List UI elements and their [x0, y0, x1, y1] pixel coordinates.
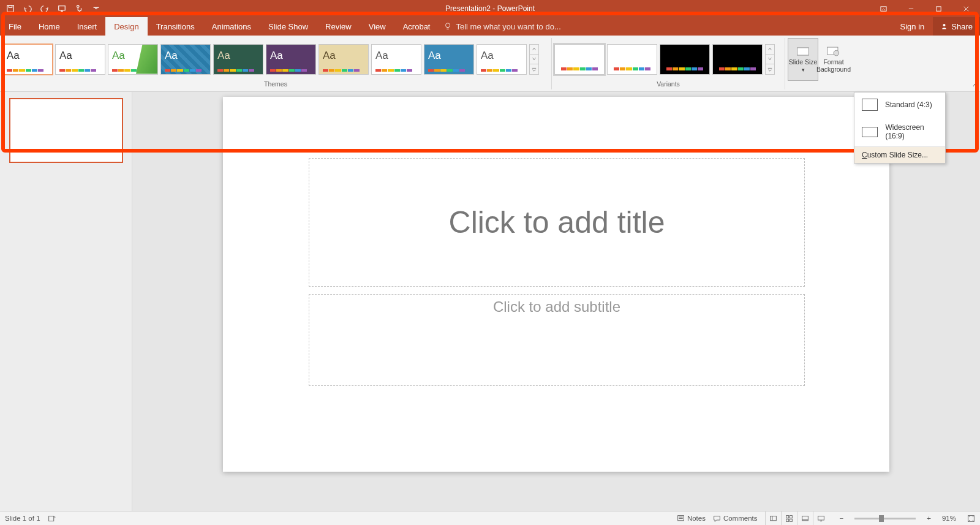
maximize-icon[interactable] — [925, 0, 952, 17]
notes-button[interactable]: Notes — [677, 515, 706, 523]
custom-slide-size-option[interactable]: Custom Slide Size... — [854, 146, 945, 163]
standard-ratio-icon — [862, 99, 878, 111]
theme-thumb-3[interactable]: Aa — [160, 44, 211, 75]
variant-thumb-3[interactable] — [712, 44, 763, 75]
workspace: Click to add title Click to add subtitle — [0, 92, 980, 511]
zoom-slider-thumb[interactable] — [879, 515, 884, 522]
collapse-ribbon-icon[interactable]: ^ — [973, 83, 976, 90]
theme-aa-label: Aa — [7, 50, 20, 62]
format-background-button[interactable]: Format Background — [818, 38, 849, 81]
slideshow-view-button[interactable] — [813, 512, 829, 526]
zoom-out-button[interactable]: − — [836, 515, 848, 522]
theme-aa-label: Aa — [375, 50, 388, 62]
slide-size-icon — [795, 45, 811, 58]
theme-thumb-9[interactable]: Aa — [477, 44, 527, 75]
minimize-icon[interactable] — [897, 0, 925, 17]
slide-size-widescreen-option[interactable]: Widescreen (16:9) — [854, 117, 945, 146]
variant-thumb-1[interactable] — [607, 44, 657, 75]
touch-mode-icon[interactable] — [74, 3, 85, 14]
theme-thumb-0[interactable]: Aa — [2, 44, 53, 75]
window-title: Presentation2 - PowerPoint — [0, 4, 980, 13]
slide-thumbnail-1[interactable] — [9, 98, 123, 163]
spellcheck-icon[interactable] — [48, 515, 56, 523]
slide-size-dropdown: Standard (4:3) Widescreen (16:9) Custom … — [854, 92, 946, 164]
tab-insert[interactable]: Insert — [69, 17, 106, 36]
tab-view[interactable]: View — [360, 17, 394, 36]
theme-aa-label: Aa — [323, 50, 336, 62]
theme-thumb-2[interactable]: Aa — [108, 44, 158, 75]
view-buttons — [765, 512, 829, 526]
theme-thumb-4[interactable]: Aa — [213, 44, 263, 75]
variant-color-bar — [719, 67, 756, 70]
svg-point-13 — [834, 51, 839, 56]
tab-file[interactable]: File — [0, 17, 30, 36]
reading-view-button[interactable] — [797, 512, 813, 526]
tab-animations[interactable]: Animations — [203, 17, 260, 36]
gallery-down-icon[interactable] — [766, 55, 774, 64]
fit-to-window-button[interactable] — [967, 515, 975, 523]
close-icon[interactable] — [952, 0, 980, 17]
theme-color-bar — [323, 69, 360, 72]
themes-gallery-scroll[interactable] — [529, 44, 539, 75]
slide-canvas-area[interactable]: Click to add title Click to add subtitle — [132, 92, 980, 511]
gallery-down-icon[interactable] — [530, 55, 538, 64]
share-button[interactable]: Share — [933, 17, 980, 36]
theme-thumb-8[interactable]: Aa — [424, 44, 474, 75]
zoom-slider[interactable] — [854, 518, 916, 519]
variant-thumb-2[interactable] — [660, 44, 710, 75]
normal-view-button[interactable] — [765, 512, 781, 526]
variants-gallery-scroll[interactable] — [765, 44, 775, 75]
tab-design[interactable]: Design — [105, 17, 147, 36]
comments-icon — [713, 515, 721, 523]
theme-aa-label: Aa — [112, 50, 125, 62]
tab-review[interactable]: Review — [317, 17, 360, 36]
ribbon-display-options-icon[interactable] — [870, 0, 897, 17]
theme-thumb-1[interactable]: Aa — [55, 44, 105, 75]
svg-rect-14 — [48, 516, 53, 521]
redo-icon[interactable] — [39, 3, 50, 14]
gallery-more-icon[interactable] — [530, 64, 538, 74]
svg-rect-11 — [797, 48, 809, 55]
slide-thumbnail-pane[interactable] — [0, 92, 132, 511]
qat-more-icon[interactable] — [91, 3, 102, 14]
title-bar: Presentation2 - PowerPoint — [0, 0, 980, 17]
svg-rect-18 — [770, 516, 776, 520]
tab-home[interactable]: Home — [30, 17, 69, 36]
subtitle-placeholder[interactable]: Click to add subtitle — [309, 294, 805, 386]
tell-me-search[interactable]: Tell me what you want to do... — [443, 17, 560, 36]
sign-in-link[interactable]: Sign in — [892, 17, 933, 36]
slide-sorter-view-button[interactable] — [781, 512, 797, 526]
tab-acrobat[interactable]: Acrobat — [394, 17, 439, 36]
zoom-in-button[interactable]: + — [923, 515, 935, 522]
undo-icon[interactable] — [22, 3, 33, 14]
tab-slideshow[interactable]: Slide Show — [260, 17, 317, 36]
theme-color-bar — [59, 69, 96, 72]
gallery-up-icon[interactable] — [766, 45, 774, 55]
slide-canvas[interactable]: Click to add title Click to add subtitle — [223, 97, 889, 472]
variants-gallery[interactable] — [552, 36, 785, 80]
slide-size-button[interactable]: Slide Size ▾ — [788, 38, 818, 81]
ribbon-body: AaAaAaAaAaAaAaAaAaAa Themes Variants Sli… — [0, 36, 980, 92]
slide-indicator[interactable]: Slide 1 of 1 — [5, 515, 40, 522]
format-background-icon — [826, 45, 842, 58]
comments-button[interactable]: Comments — [713, 515, 758, 523]
variant-thumb-0[interactable] — [554, 44, 605, 75]
svg-rect-21 — [790, 515, 792, 518]
theme-thumb-6[interactable]: Aa — [318, 44, 369, 75]
themes-gallery[interactable]: AaAaAaAaAaAaAaAaAaAa — [0, 36, 551, 80]
theme-thumb-7[interactable]: Aa — [371, 44, 421, 75]
theme-color-bar — [270, 69, 307, 72]
start-slideshow-icon[interactable] — [56, 3, 67, 14]
save-icon[interactable] — [5, 3, 16, 14]
tab-transitions[interactable]: Transitions — [148, 17, 203, 36]
zoom-level[interactable]: 91% — [942, 515, 956, 522]
slide-size-label: Slide Size ▾ — [788, 59, 818, 73]
theme-thumb-5[interactable]: Aa — [266, 44, 316, 75]
slide-size-standard-option[interactable]: Standard (4:3) — [854, 93, 945, 117]
gallery-up-icon[interactable] — [530, 45, 538, 55]
title-placeholder[interactable]: Click to add title — [309, 158, 805, 287]
gallery-more-icon[interactable] — [766, 64, 774, 74]
custom-slide-size-label: Custom Slide Size... — [862, 151, 928, 159]
variant-color-bar — [614, 67, 650, 70]
variants-group-label: Variants — [552, 80, 785, 91]
